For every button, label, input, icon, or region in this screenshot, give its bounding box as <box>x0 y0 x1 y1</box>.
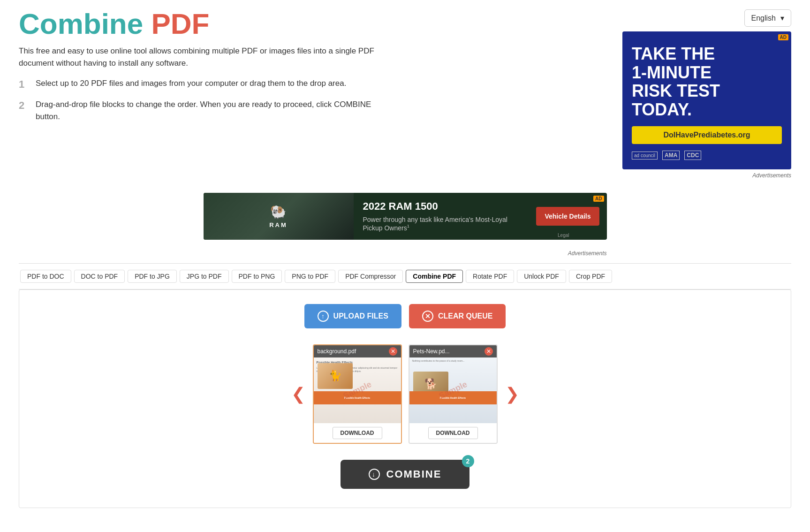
logo-pdf: PDF <box>151 8 209 40</box>
steps-list: 1 Select up to 20 PDF files and images f… <box>19 77 608 122</box>
file-card-1-download[interactable]: DOWNLOAD <box>333 427 382 439</box>
tab-pdf-to-doc[interactable]: PDF to DOC <box>20 270 71 283</box>
file-card-2[interactable]: Pets-New.pd... ✕ Nothing contributes to … <box>409 344 498 444</box>
banner-ad-content: 2022 RAM 1500 Power through any task lik… <box>354 196 537 237</box>
logo-combine: Combine <box>19 8 143 40</box>
carousel-wrapper: ❮ background.pdf ✕ Possible Health Effec… <box>29 342 781 446</box>
combine-download-icon: ↓ <box>369 469 380 480</box>
ad-right: AD TAKE THE1-MINUTERISK TESTTODAY. DoIHa… <box>622 31 791 179</box>
banner-ad-badge: AD <box>593 196 604 202</box>
ram-brand: RAM <box>269 221 288 228</box>
tab-combine-pdf[interactable]: Combine PDF <box>406 270 463 283</box>
tab-pdf-compressor[interactable]: PDF Compressor <box>338 270 403 283</box>
step-1: 1 Select up to 20 PDF files and images f… <box>19 77 394 92</box>
file-card-2-header: Pets-New.pd... ✕ <box>409 345 497 357</box>
file-card-2-download[interactable]: DOWNLOAD <box>428 427 478 439</box>
step-2-num: 2 <box>19 98 36 113</box>
step-2-text: Drag-and-drop file blocks to change the … <box>36 99 394 122</box>
step-2: 2 Drag-and-drop file blocks to change th… <box>19 99 394 122</box>
ad-badge: AD <box>778 34 788 40</box>
file-card-1-content: Possible Health Effects Lorem ipsum dolo… <box>314 357 401 423</box>
description: This free and easy to use online tool al… <box>19 45 408 69</box>
tab-png-to-pdf[interactable]: PNG to PDF <box>285 270 335 283</box>
carousel-right-arrow[interactable]: ❯ <box>498 380 527 409</box>
banner-ad-subtitle: Power through any task like America's Mo… <box>363 215 527 232</box>
language-label: English <box>751 14 776 23</box>
tab-jpg-to-pdf[interactable]: JPG to PDF <box>180 270 229 283</box>
tab-pdf-to-jpg[interactable]: PDF to JPG <box>128 270 177 283</box>
banner-ad-cta-button[interactable]: Vehicle Details <box>536 207 599 226</box>
upload-files-button[interactable]: ↑ UPLOAD FILES <box>304 304 401 328</box>
banner-ad-image: 🐏 RAM <box>204 193 354 240</box>
file-card-1-footer: DOWNLOAD <box>314 423 401 443</box>
combine-label: COMBINE <box>386 468 442 480</box>
tab-unlock-pdf[interactable]: Unlock PDF <box>517 270 566 283</box>
file-card-2-preview: Nothing contributes to the peace of a st… <box>409 357 497 423</box>
main-area: ↑ UPLOAD FILES ✕ CLEAR QUEUE ❮ backgroun… <box>19 289 791 508</box>
file-card-1-header: background.pdf ✕ <box>314 345 401 357</box>
step-1-num: 1 <box>19 76 36 92</box>
banner-ad: AD 🐏 RAM 2022 RAM 1500 Power through any… <box>204 193 607 240</box>
combine-badge: 2 <box>462 455 474 467</box>
tab-rotate-pdf[interactable]: Rotate PDF <box>466 270 514 283</box>
tab-doc-to-pdf[interactable]: DOC to PDF <box>74 270 125 283</box>
file-card-2-footer: DOWNLOAD <box>409 423 497 443</box>
banner-legal: Legal <box>558 233 569 238</box>
file-card-1-preview: Possible Health Effects Lorem ipsum dolo… <box>314 357 401 423</box>
clear-queue-button[interactable]: ✕ CLEAR QUEUE <box>409 304 506 328</box>
carousel-left-arrow[interactable]: ❮ <box>284 380 313 409</box>
file-card-1-close[interactable]: ✕ <box>389 347 397 356</box>
file-card-1[interactable]: background.pdf ✕ Possible Health Effects… <box>313 344 402 444</box>
step-1-text: Select up to 20 PDF files and images fro… <box>36 77 346 90</box>
file-card-2-close[interactable]: ✕ <box>484 347 493 356</box>
combine-row: 2 ↓ COMBINE <box>29 460 781 489</box>
carousel-items: background.pdf ✕ Possible Health Effects… <box>313 344 498 444</box>
ad-headline: TAKE THE1-MINUTERISK TESTTODAY. <box>632 45 782 119</box>
chevron-down-icon: ▾ <box>780 14 784 23</box>
file-card-2-name: Pets-New.pd... <box>413 348 450 355</box>
tab-pdf-to-png[interactable]: PDF to PNG <box>232 270 282 283</box>
ad-label: Advertisements <box>622 172 791 179</box>
banner-ad-title: 2022 RAM 1500 <box>363 200 527 213</box>
combine-button[interactable]: 2 ↓ COMBINE <box>341 460 470 489</box>
clear-icon: ✕ <box>422 311 433 322</box>
upload-row: ↑ UPLOAD FILES ✕ CLEAR QUEUE <box>29 304 781 328</box>
ad-logos: ad council AMA CDC <box>632 151 782 160</box>
nav-tabs: PDF to DOC DOC to PDF PDF to JPG JPG to … <box>19 263 791 289</box>
logo: Combine PDF <box>19 9 608 38</box>
tab-crop-pdf[interactable]: Crop PDF <box>569 270 612 283</box>
file-card-1-name: background.pdf <box>318 348 356 355</box>
file-card-2-content: Nothing contributes to the peace of a st… <box>409 357 497 423</box>
ad-cta[interactable]: DoIHavePrediabetes.org <box>632 126 782 144</box>
language-selector[interactable]: English ▾ <box>744 9 791 27</box>
banner-ad-label: Advertisements <box>568 250 607 257</box>
upload-icon: ↑ <box>318 311 329 322</box>
